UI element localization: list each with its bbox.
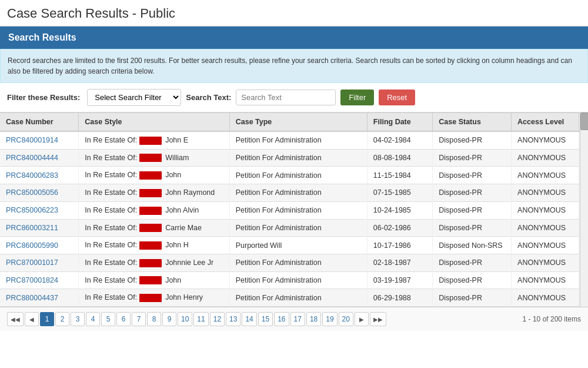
pagination-page-19[interactable]: 19 [322,312,337,326]
pagination-page-16[interactable]: 16 [274,312,289,326]
case-style-prefix: In Re Estate Of: [85,293,139,301]
cell-access-level: ANONYMOUS [512,219,579,237]
cell-access-level: ANONYMOUS [512,271,579,289]
table-row: PRC840004444In Re Estate Of: WilliamPeti… [0,149,588,167]
cell-case-style: In Re Estate Of: John Alvin [79,201,229,219]
case-number-link[interactable]: PRC870001824 [6,276,58,284]
case-number-link[interactable]: PRC840001914 [6,136,58,144]
table-header-row: Case Number Case Style Case Type Filing … [0,113,588,132]
redacted-name [139,241,162,250]
case-style-prefix: In Re Estate Of: [85,241,139,249]
pagination-prev[interactable]: ◀ [25,312,39,326]
cell-case-style: In Re Estate Of: Johnnie Lee Jr [79,254,229,271]
filter-select[interactable]: Select Search Filter [87,89,181,106]
cell-access-level: ANONYMOUS [512,237,579,254]
case-number-link[interactable]: PRC880004437 [6,294,58,302]
redacted-name [139,137,162,145]
pagination-page-20[interactable]: 20 [339,312,353,326]
table-row: PRC840006283In Re Estate Of: JohnPetitio… [0,167,588,184]
case-number-link[interactable]: PRC860005990 [6,241,58,250]
cell-access-level: ANONYMOUS [512,167,579,184]
redacted-name [139,189,162,197]
cell-case-type: Petition For Administration [229,254,367,271]
case-number-link[interactable]: PRC850006223 [6,206,58,214]
page-title: Case Search Results - Public [0,0,588,26]
pagination-page-1[interactable]: 1 [40,312,54,326]
pagination-page-10[interactable]: 10 [178,312,192,326]
pagination-page-12[interactable]: 12 [210,312,225,326]
pagination-page-2[interactable]: 2 [55,312,69,326]
pagination-first[interactable]: ◀◀ [7,312,24,326]
table-row: PRC880004437In Re Estate Of: John HenryP… [0,289,588,307]
col-header-filing-date[interactable]: Filing Date [367,113,432,132]
cell-case-status: Disposed Non-SRS [433,237,512,254]
cell-case-number: PRC860003211 [0,219,79,237]
redacted-name [139,207,162,215]
redacted-name [139,294,162,302]
pagination-last[interactable]: ▶▶ [370,312,386,326]
case-style-prefix: In Re Estate Of: [85,276,139,284]
case-number-link[interactable]: PRC840006283 [6,171,58,180]
search-text-input[interactable] [236,89,336,105]
cell-case-status: Disposed-PR [433,149,512,167]
pagination-page-15[interactable]: 15 [258,312,273,326]
pagination-page-13[interactable]: 13 [226,312,240,326]
scrollbar-thumb[interactable] [580,112,588,130]
col-header-case-style[interactable]: Case Style [79,113,229,132]
pagination-page-8[interactable]: 8 [147,312,161,326]
pagination-page-6[interactable]: 6 [116,312,131,326]
case-style-prefix: In Re Estate Of: [85,188,139,197]
cell-case-status: Disposed-PR [433,254,512,271]
col-header-case-type[interactable]: Case Type [229,113,367,132]
cell-case-number: PRC840004444 [0,149,79,167]
pagination-page-4[interactable]: 4 [86,312,100,326]
case-number-link[interactable]: PRC870001017 [6,258,58,267]
case-style-name: John Alvin [163,206,199,214]
redacted-name [139,276,162,284]
cell-case-style: In Re Estate Of: John Henry [79,289,229,307]
filter-bar: Filter these Results: Select Search Filt… [0,83,588,112]
case-number-link[interactable]: PRC840004444 [6,154,58,162]
cell-case-number: PRC850005056 [0,184,79,202]
cell-case-type: Petition For Administration [229,289,367,307]
cell-access-level: ANONYMOUS [512,201,579,219]
cell-case-style: In Re Estate Of: John [79,271,229,289]
filter-button[interactable]: Filter [340,89,374,105]
cell-case-style: In Re Estate Of: John E [79,131,229,149]
cell-case-number: PRC870001017 [0,254,79,271]
col-header-access-level[interactable]: Access Level [512,113,579,132]
scrollbar-track[interactable] [580,112,588,307]
cell-case-type: Petition For Administration [229,271,367,289]
table-row: PRC870001824In Re Estate Of: JohnPetitio… [0,271,588,289]
cell-case-number: PRC850006223 [0,201,79,219]
pagination-page-5[interactable]: 5 [101,312,115,326]
pagination-page-14[interactable]: 14 [242,312,256,326]
search-text-label: Search Text: [186,93,231,102]
col-header-case-status[interactable]: Case Status [433,113,512,132]
case-number-link[interactable]: PRC850005056 [6,188,58,197]
pagination-next[interactable]: ▶ [355,312,369,326]
col-header-case-number[interactable]: Case Number [0,113,79,132]
pagination-page-7[interactable]: 7 [132,312,146,326]
cell-case-status: Disposed-PR [433,184,512,202]
cell-filing-date: 10-24-1985 [367,201,432,219]
cell-case-type: Petition For Administration [229,167,367,184]
cell-case-number: PRC840001914 [0,131,79,149]
cell-access-level: ANONYMOUS [512,149,579,167]
pagination-page-9[interactable]: 9 [162,312,176,326]
pagination-page-3[interactable]: 3 [71,312,85,326]
case-style-name: John E [163,136,188,144]
cell-case-number: PRC840006283 [0,167,79,184]
cell-access-level: ANONYMOUS [512,184,579,202]
cell-filing-date: 02-18-1987 [367,254,432,271]
cell-filing-date: 06-29-1988 [367,289,432,307]
pagination-page-17[interactable]: 17 [290,312,305,326]
table-row: PRC850006223In Re Estate Of: John AlvinP… [0,201,588,219]
case-style-name: William [163,154,189,162]
case-style-name: John Raymond [163,188,215,197]
cell-filing-date: 08-08-1984 [367,149,432,167]
pagination-page-11[interactable]: 11 [193,312,208,326]
reset-button[interactable]: Reset [379,89,415,105]
pagination-page-18[interactable]: 18 [306,312,321,326]
case-number-link[interactable]: PRC860003211 [6,224,58,232]
